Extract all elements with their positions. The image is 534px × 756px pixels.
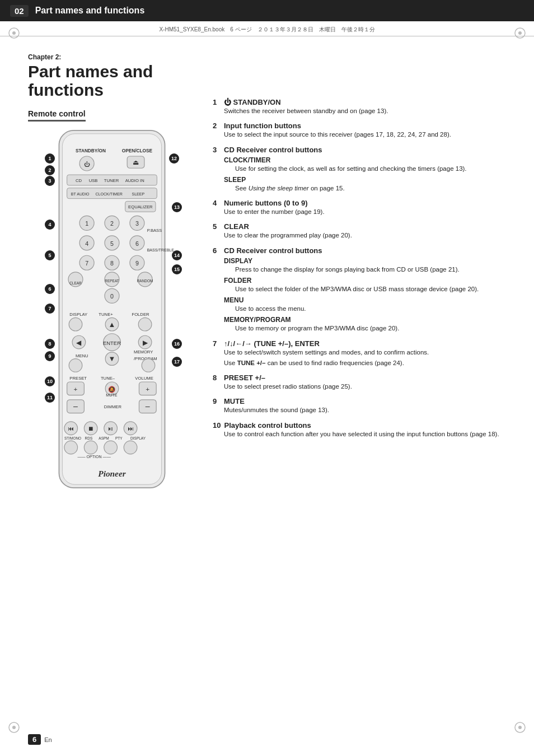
svg-text:USB: USB <box>89 178 98 183</box>
svg-text:SLEEP: SLEEP <box>132 192 144 197</box>
item-8-body: Use to select preset radio stations (pag… <box>224 382 512 391</box>
header-number: 02 <box>10 5 29 17</box>
page-title: Part names and functions <box>28 62 196 99</box>
badge-11: 11 <box>45 393 55 403</box>
badge-15: 15 <box>172 264 182 274</box>
item-6-folder-title: FOLDER <box>224 277 512 284</box>
item-9-num: 9 <box>213 397 221 405</box>
meta-line: X-HM51_SYXE8_En.book 6 ページ ２０１３年３月２８日 木曜… <box>0 21 534 36</box>
svg-text:4: 4 <box>85 240 88 247</box>
badge-8: 8 <box>45 339 55 349</box>
item-5-title: CLEAR <box>224 222 249 231</box>
svg-text:◀: ◀ <box>76 339 82 347</box>
item-8: 8 PRESET +/– Use to select preset radio … <box>213 374 512 391</box>
item-3-sleep-title: SLEEP <box>224 176 512 184</box>
item-7-num: 7 <box>213 339 221 348</box>
item-3-num: 3 <box>213 146 221 154</box>
badge-10: 10 <box>45 376 55 386</box>
item-7-body1: Use to select/switch system settings and… <box>224 348 512 357</box>
item-3-subtitle: CLOCK/TIMER <box>224 156 512 164</box>
header-title: Part names and functions <box>35 6 145 16</box>
item-7: 7 ↑/↓/←/→ (TUNE +/–), ENTER Use to selec… <box>213 339 512 368</box>
svg-text:+: + <box>74 385 78 393</box>
svg-text:▲: ▲ <box>109 320 116 329</box>
svg-text:PRESET: PRESET <box>69 376 87 381</box>
svg-text:MUTE: MUTE <box>106 393 117 398</box>
svg-text:ENTER: ENTER <box>103 340 121 346</box>
badge-17: 17 <box>172 357 182 367</box>
item-7-body2: Use TUNE +/– can be used to find radio f… <box>224 358 512 368</box>
svg-text:🔕: 🔕 <box>109 386 116 393</box>
badge-2: 2 <box>45 165 55 175</box>
item-4-num: 4 <box>213 199 221 207</box>
svg-text:CLOCK/TIMER: CLOCK/TIMER <box>95 192 122 197</box>
svg-text:MENU: MENU <box>76 353 88 358</box>
svg-text:CD: CD <box>76 178 82 183</box>
corner-decoration-br <box>514 721 526 734</box>
item-1-body: Switches the receiver between standby an… <box>224 106 512 116</box>
svg-text:⏭: ⏭ <box>128 425 134 432</box>
svg-point-1 <box>12 31 16 35</box>
svg-text:⏻: ⏻ <box>84 161 90 167</box>
item-10-title: Playback control buttons <box>224 421 311 430</box>
item-1-title: ⏻ STANDBY/ON <box>224 98 281 106</box>
badge-4: 4 <box>45 220 55 230</box>
svg-text:MEMORY: MEMORY <box>134 349 153 354</box>
svg-text:2: 2 <box>110 220 114 227</box>
svg-text:P.BASS: P.BASS <box>147 228 162 233</box>
remote-control-diagram: STANDBY/ON OPEN/CLOSE ⏻ ⏏ CD USB TUNER A… <box>39 127 185 500</box>
svg-text:1: 1 <box>85 220 88 227</box>
footer-page-number: 6 <box>28 734 41 745</box>
svg-text:ST/MONO: ST/MONO <box>64 436 81 440</box>
svg-text:⏏: ⏏ <box>133 158 139 166</box>
svg-text:REPEAT: REPEAT <box>105 279 119 283</box>
svg-point-7 <box>518 726 522 729</box>
item-2-num: 2 <box>213 122 221 130</box>
item-4-title: Numeric buttons (0 to 9) <box>224 199 308 207</box>
svg-text:7: 7 <box>85 260 88 267</box>
item-1-num: 1 <box>213 98 221 106</box>
item-2-body: Use to select the input source to this r… <box>224 130 512 139</box>
left-column: Chapter 2: Part names and functions Remo… <box>28 53 196 500</box>
svg-text:5: 5 <box>110 240 114 247</box>
item-7-title: ↑/↓/←/→ (TUNE +/–), ENTER <box>224 339 320 348</box>
svg-text:3: 3 <box>135 220 139 227</box>
svg-text:BT AUDIO: BT AUDIO <box>71 192 90 197</box>
item-6-subtitle: DISPLAY <box>224 257 512 265</box>
footer-language: En <box>44 736 51 743</box>
svg-text:RANDOM: RANDOM <box>137 279 153 283</box>
item-6-title: CD Receiver control buttons <box>224 246 322 255</box>
svg-point-73 <box>69 359 82 372</box>
svg-text:STANDBY/ON: STANDBY/ON <box>76 148 106 153</box>
svg-text:6: 6 <box>135 240 139 247</box>
item-2-title: Input function buttons <box>224 122 301 130</box>
svg-point-103 <box>64 441 78 454</box>
item-10-body: Use to control each function after you h… <box>224 430 512 439</box>
svg-point-5 <box>12 726 16 729</box>
chapter-label: Chapter 2: <box>28 53 196 61</box>
corner-decoration-tl <box>8 27 20 39</box>
footer: 6 En <box>28 734 52 745</box>
svg-text:AUDIO IN: AUDIO IN <box>125 178 144 183</box>
badge-16: 16 <box>172 339 182 349</box>
main-content: Chapter 2: Part names and functions Remo… <box>0 36 534 511</box>
svg-point-74 <box>142 359 155 372</box>
svg-text:VOLUME: VOLUME <box>135 376 153 381</box>
svg-point-60 <box>138 318 152 331</box>
svg-text:8: 8 <box>110 260 114 267</box>
badge-5: 5 <box>45 250 55 260</box>
svg-text:+: + <box>146 385 149 393</box>
svg-text:TUNE+: TUNE+ <box>99 312 113 317</box>
svg-text:PTY: PTY <box>115 436 123 440</box>
item-5: 5 CLEAR Use to clear the programmed play… <box>213 222 512 240</box>
badge-6: 6 <box>45 284 55 294</box>
item-8-title: PRESET +/– <box>224 374 265 382</box>
svg-text:TUNER: TUNER <box>104 178 119 183</box>
svg-point-105 <box>104 441 118 454</box>
item-3-sleep-body: See Using the sleep timer on page 15. <box>235 184 512 193</box>
corner-decoration-bl <box>8 721 20 734</box>
svg-text:–: – <box>146 402 150 410</box>
svg-point-104 <box>84 441 97 454</box>
svg-text:CLEAR: CLEAR <box>69 281 82 285</box>
svg-point-58 <box>69 318 82 331</box>
